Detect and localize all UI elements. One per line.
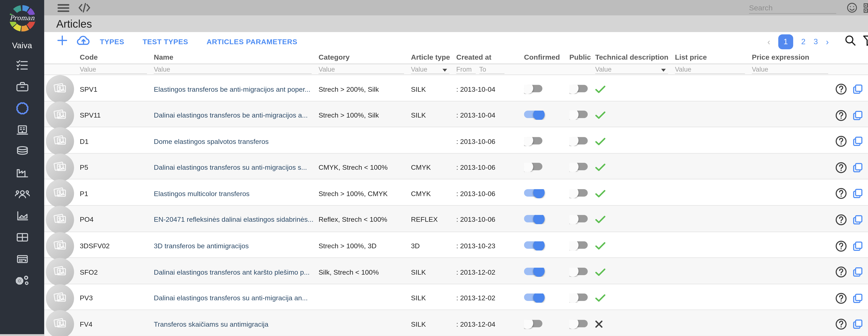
article-name-link[interactable]: Dalinai elastingos transferos su anti-mi… [154,294,318,302]
filter-list-price-input[interactable] [675,65,745,74]
help-icon[interactable] [835,266,847,278]
article-thumbnail[interactable] [46,206,74,234]
confirmed-toggle[interactable] [524,320,542,327]
sidebar-item-briefcase[interactable] [14,81,30,95]
col-header-public[interactable]: Public [569,53,595,61]
public-toggle[interactable] [569,111,588,118]
article-name-link[interactable]: Elastingos transferos be anti-migracijos… [154,85,318,93]
search-input[interactable] [749,2,836,13]
help-icon[interactable] [835,214,847,226]
filter-technical-description-input[interactable] [595,65,668,74]
public-toggle[interactable] [569,294,588,301]
upload-button[interactable] [76,35,91,48]
col-header-technical-description[interactable]: Technical description [595,53,675,61]
confirmed-toggle[interactable] [524,215,542,223]
copy-icon[interactable] [852,83,864,95]
sidebar-item-pos-terminal[interactable] [14,124,30,138]
article-thumbnail[interactable] [46,310,74,336]
page-button-3[interactable]: 3 [813,37,818,46]
tab-articles-parameters[interactable]: ARTICLES PARAMETERS [207,38,298,45]
page-button-2[interactable]: 2 [801,37,806,46]
article-name-link[interactable]: Elastingos multicolor transferos [154,190,318,198]
help-icon[interactable] [835,292,847,304]
article-thumbnail[interactable] [46,127,74,156]
article-thumbnail[interactable] [46,232,74,260]
sidebar-item-articles[interactable] [14,103,30,116]
copy-icon[interactable] [852,292,864,304]
col-header-article-type[interactable]: Article type [411,53,456,61]
article-name-link[interactable]: EN-20471 refleksinės dalinai elastingos … [154,216,318,224]
article-name-link[interactable]: Dalinai elastingos transferos ant karšto… [154,268,318,276]
copy-icon[interactable] [852,109,864,121]
article-thumbnail[interactable] [46,75,74,103]
filter-code-input[interactable] [80,65,147,74]
code-icon[interactable] [78,3,91,13]
col-header-price-expression[interactable]: Price expression [752,53,835,61]
help-icon[interactable] [835,135,847,147]
sidebar-item-checklist[interactable] [14,60,30,73]
copy-icon[interactable] [852,214,864,226]
col-header-list-price[interactable]: List price [675,53,752,61]
col-header-confirmed[interactable]: Confirmed [524,53,569,61]
sidebar-item-area-chart[interactable] [14,210,30,224]
public-toggle[interactable] [569,241,588,249]
article-name-link[interactable]: Dalinai elastingos transferos be anti-mi… [154,111,318,119]
next-page-button[interactable]: › [826,37,829,46]
sidebar-item-settings[interactable] [14,275,30,288]
copy-icon[interactable] [852,266,864,278]
chevron-down-icon[interactable] [661,68,666,71]
article-name-link[interactable]: Dome elastingos spalvotos transferos [154,137,318,145]
help-icon[interactable] [835,318,847,330]
help-icon[interactable] [835,188,847,200]
confirmed-toggle[interactable] [524,294,542,301]
confirmed-toggle[interactable] [524,189,542,197]
proman-logo[interactable]: Proman [8,4,36,33]
article-name-link[interactable]: 3D transferos be antimigracijos [154,242,318,250]
filter-button[interactable] [863,35,868,48]
col-header-category[interactable]: Category [318,53,411,61]
help-icon[interactable] [835,240,847,252]
filter-created-from-input[interactable] [456,65,476,74]
public-toggle[interactable] [569,320,588,327]
qr-code-icon[interactable] [863,3,868,13]
tab-test-types[interactable]: TEST TYPES [143,38,188,45]
article-thumbnail[interactable] [46,180,74,208]
tab-types[interactable]: TYPES [100,38,124,45]
col-header-name[interactable]: Name [154,53,318,61]
filter-created-to-input[interactable] [479,65,505,74]
copy-icon[interactable] [852,318,864,330]
confirmed-toggle[interactable] [524,111,542,118]
sidebar-item-users[interactable] [14,189,30,202]
help-icon[interactable] [835,162,847,173]
public-toggle[interactable] [569,189,588,197]
col-header-created-at[interactable]: Created at [456,53,524,61]
chevron-down-icon[interactable] [442,68,447,71]
sidebar-item-cash-register[interactable] [14,253,30,267]
copy-icon[interactable] [852,240,864,252]
prev-page-button[interactable]: ‹ [767,37,770,46]
search-button[interactable] [844,34,856,49]
page-button-1[interactable]: 1 [778,34,793,49]
public-toggle[interactable] [569,137,588,144]
filter-price-expression-input[interactable] [752,65,828,74]
confirmed-toggle[interactable] [524,85,542,92]
public-toggle[interactable] [569,268,588,275]
confirmed-toggle[interactable] [524,137,542,144]
copy-icon[interactable] [852,135,864,147]
article-name-link[interactable]: Dalinai elastingos transferos su anti-mi… [154,164,318,171]
filter-name-input[interactable] [154,65,312,74]
confirmed-toggle[interactable] [524,268,542,275]
public-toggle[interactable] [569,163,588,170]
public-toggle[interactable] [569,215,588,223]
article-thumbnail[interactable] [46,258,74,286]
help-icon[interactable] [835,109,847,121]
public-toggle[interactable] [569,85,588,92]
col-header-code[interactable]: Code [80,53,154,61]
sidebar-item-database[interactable] [14,146,30,159]
article-thumbnail[interactable] [46,101,74,129]
confirmed-toggle[interactable] [524,163,542,170]
article-name-link[interactable]: Transferos skaičiams su antimigracija [154,321,318,328]
smiley-icon[interactable] [847,2,858,13]
add-button[interactable] [58,36,67,47]
sidebar-scrollbar[interactable] [0,334,44,336]
